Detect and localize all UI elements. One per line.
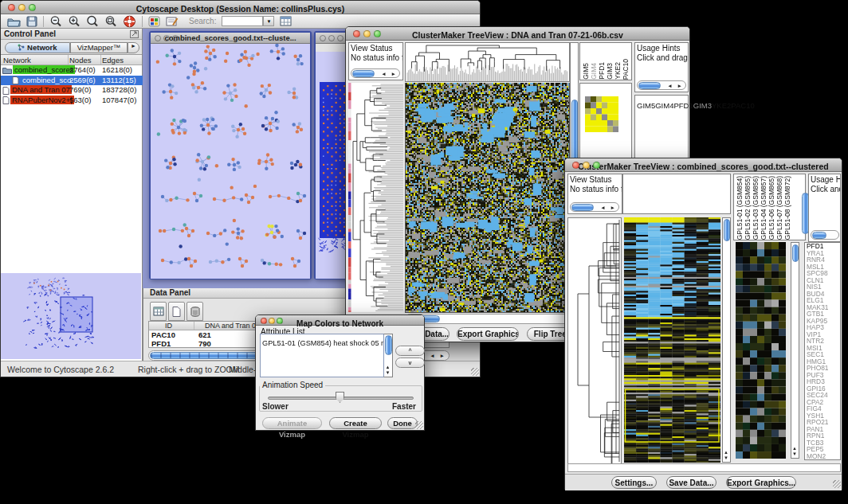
- tv2-status-scrollbar[interactable]: ◄ ►: [570, 202, 619, 212]
- minimize-button[interactable]: [163, 35, 170, 41]
- control-panel-title: Control Panel: [4, 29, 56, 38]
- tv1-status-scrollbar[interactable]: ◄ ►: [351, 68, 400, 78]
- search-input[interactable]: [222, 16, 263, 26]
- zoom-out-icon[interactable]: [49, 15, 62, 27]
- attribute-list[interactable]: GPL51-01 (GSM854) heat shock 05 minGPL51…: [260, 334, 393, 377]
- attribute-item: GPL51-01 (GSM854) heat shock 05 min: [261, 339, 393, 347]
- zoom-button[interactable]: [337, 35, 344, 41]
- table-import-icon[interactable]: [280, 16, 292, 27]
- tv2-save-data-button[interactable]: Save Data...: [666, 476, 716, 489]
- minimize-button[interactable]: [363, 30, 371, 37]
- network-row-selected[interactable]: combined_sco 2569(6) 13112(15): [1, 76, 143, 86]
- close-button[interactable]: [8, 4, 15, 11]
- tab-vizmapper[interactable]: VizMapper™: [70, 42, 128, 53]
- attribute-select-button[interactable]: [150, 302, 167, 321]
- main-title-bar[interactable]: Cytoscape Desktop (Session Name: collins…: [1, 1, 480, 14]
- resize-grip[interactable]: [415, 421, 423, 429]
- create-vizmap-button[interactable]: Create Vizmap: [329, 417, 382, 429]
- tv2-heatmap[interactable]: [624, 217, 720, 463]
- tv2-vscrollbar[interactable]: ▲▼: [722, 217, 731, 463]
- tv1-usage-scrollbar[interactable]: ◄ ►: [637, 80, 686, 90]
- attribute-list-scrollbar[interactable]: ▲▼: [383, 334, 393, 377]
- close-button[interactable]: [572, 162, 579, 169]
- close-button[interactable]: [353, 30, 360, 37]
- row-label: PAC10: [731, 101, 754, 110]
- tv2-mini-heatmap[interactable]: [736, 242, 786, 459]
- close-button[interactable]: [320, 35, 326, 41]
- network-row[interactable]: DNA and Tran 07 769(0) 183728(0): [1, 85, 143, 96]
- tv2-title: ClusterMaker TreeView : combined_scores_…: [578, 162, 828, 171]
- column-label: GIM5: [582, 63, 590, 80]
- treeview2-window: ClusterMaker TreeView : combined_scores_…: [564, 158, 842, 490]
- zoom-fit-icon[interactable]: [104, 15, 117, 27]
- network-row[interactable]: combined_scores 2764(0) 16218(0): [1, 65, 143, 76]
- tv2-column-labels: GPL51-01 (GSM854)GPL51-02 (GSM855)GPL51-…: [733, 174, 806, 240]
- column-label: GPL51-04 (GSM857): [760, 176, 768, 240]
- vizmap-icon[interactable]: [148, 16, 160, 27]
- tab-overflow[interactable]: ►: [128, 42, 139, 53]
- float-panel-icon[interactable]: [130, 30, 139, 38]
- tv2-mini-vscrollbar[interactable]: ▲▼: [791, 242, 799, 459]
- column-label: PAC10: [622, 59, 630, 80]
- tv1-heatmap[interactable]: [405, 83, 570, 313]
- resize-grip[interactable]: [471, 368, 479, 376]
- delete-attribute-button[interactable]: [186, 302, 203, 321]
- resize-grip[interactable]: [833, 480, 841, 488]
- tv2-title-bar[interactable]: ClusterMaker TreeView : combined_scores_…: [565, 158, 842, 172]
- column-label: GPL51-01 (GSM854): [736, 176, 744, 240]
- close-button[interactable]: [261, 318, 267, 324]
- animate-vizmap-button[interactable]: Animate Vizmap: [262, 417, 322, 429]
- minimize-button[interactable]: [18, 4, 26, 11]
- slower-label: Slower: [262, 402, 289, 411]
- network-canvas[interactable]: [151, 44, 310, 279]
- faster-label: Faster: [392, 402, 416, 411]
- status-welcome: Welcome to Cytoscape 2.6.2: [7, 365, 114, 374]
- zoom-button[interactable]: [172, 35, 179, 41]
- tv1-mini-heatmap[interactable]: [585, 96, 618, 132]
- network-file-icon: [12, 76, 19, 84]
- new-attribute-button[interactable]: [168, 302, 185, 321]
- close-button[interactable]: [155, 35, 161, 41]
- zoom-button[interactable]: [374, 30, 381, 37]
- map-colors-dialog: Map Colors to Network Attribute List GPL…: [255, 315, 425, 431]
- data-panel-title: Data Panel: [150, 288, 190, 297]
- network-view-title-bar[interactable]: combined_scores_good.txt--cluste...: [151, 33, 310, 44]
- tv1-title-bar[interactable]: ClusterMaker TreeView : DNA and Tran 07-…: [346, 27, 689, 41]
- minimize-button[interactable]: [583, 162, 590, 169]
- network-view-title: combined_scores_good.txt--cluste...: [164, 33, 296, 42]
- zoom-button[interactable]: [277, 318, 283, 324]
- tv2-usage-scrollbar[interactable]: [811, 230, 839, 240]
- minimize-button[interactable]: [269, 318, 275, 324]
- gene-label: MON2: [805, 453, 840, 460]
- dialog-title-bar[interactable]: Map Colors to Network: [256, 315, 424, 326]
- network-row[interactable]: RNAPuberNov2+| 563(0) 107847(0): [1, 96, 143, 106]
- help-lifering-icon[interactable]: [123, 15, 136, 28]
- tv2-export-graphics-button[interactable]: Export Graphics...: [726, 476, 796, 489]
- tv2-hscroll-strip[interactable]: [567, 463, 841, 472]
- save-icon[interactable]: [26, 16, 37, 27]
- control-panel: Control Panel Network VizMapper™ ► Netwo…: [1, 29, 143, 361]
- minimize-button[interactable]: [328, 35, 335, 41]
- tv2-column-dendrogram-pane: [622, 174, 731, 214]
- zoom-button[interactable]: [593, 162, 600, 169]
- tv2-row-dendrogram[interactable]: [567, 217, 622, 464]
- birdseye-view[interactable]: [1, 273, 141, 359]
- zoom-in-icon[interactable]: [68, 15, 80, 27]
- move-down-button[interactable]: v: [395, 357, 425, 368]
- search-dropdown[interactable]: ▼: [263, 16, 274, 26]
- network-table-header: Network Nodes Edges: [1, 55, 142, 65]
- row-label: PFD1: [673, 101, 693, 110]
- tv1-row-dendrogram[interactable]: [348, 83, 403, 312]
- tv1-column-dendrogram[interactable]: [405, 42, 570, 82]
- column-label: YKE2: [614, 62, 622, 80]
- tab-network[interactable]: Network: [5, 42, 70, 53]
- zoom-button[interactable]: [29, 4, 36, 11]
- done-button[interactable]: Done: [387, 417, 418, 429]
- row-label: GIM5: [637, 101, 655, 110]
- open-folder-icon[interactable]: [7, 16, 21, 27]
- move-up-button[interactable]: ^: [395, 346, 425, 356]
- zoom-actual-icon[interactable]: [86, 15, 99, 27]
- tv1-export-graphics-button[interactable]: Export Graphics...: [457, 327, 519, 341]
- annotation-icon[interactable]: [166, 16, 179, 27]
- tv2-settings-button[interactable]: Settings...: [611, 476, 657, 489]
